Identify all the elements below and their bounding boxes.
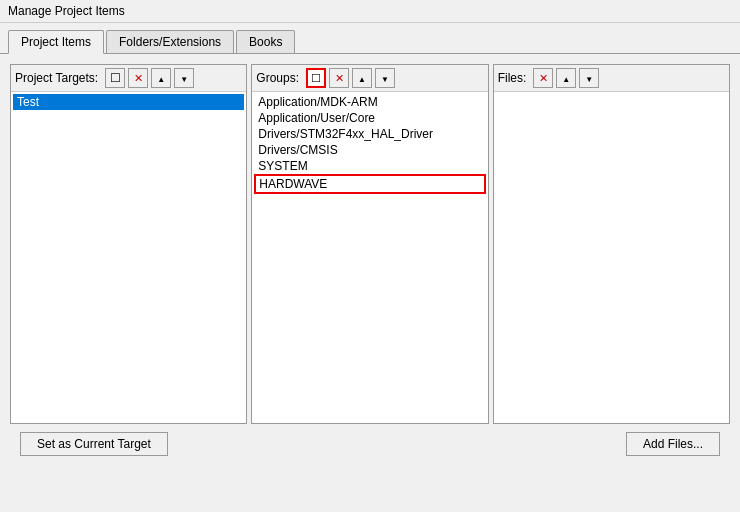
groups-delete-button[interactable] (329, 68, 349, 88)
files-panel: Files: (493, 64, 730, 424)
targets-label: Project Targets: (15, 71, 98, 85)
files-label: Files: (498, 71, 527, 85)
delete-icon (539, 72, 548, 85)
group-item-system[interactable]: SYSTEM (254, 158, 485, 174)
targets-down-button[interactable] (174, 68, 194, 88)
targets-list: Test (11, 92, 246, 423)
add-files-button[interactable]: Add Files... (626, 432, 720, 456)
groups-up-button[interactable] (352, 68, 372, 88)
arrow-up-icon (358, 73, 366, 84)
group-item-editing[interactable] (254, 174, 485, 194)
groups-new-button[interactable]: ☐ (306, 68, 326, 88)
groups-list: Application/MDK-ARM Application/User/Cor… (252, 92, 487, 423)
set-current-target-button[interactable]: Set as Current Target (20, 432, 168, 456)
tab-project-items[interactable]: Project Items (8, 30, 104, 54)
tab-bar: Project Items Folders/Extensions Books (0, 23, 740, 54)
group-item-hal[interactable]: Drivers/STM32F4xx_HAL_Driver (254, 126, 485, 142)
groups-panel-header: Groups: ☐ (252, 65, 487, 92)
group-name-input[interactable] (254, 174, 485, 194)
targets-panel: Project Targets: Test (10, 64, 247, 424)
files-up-button[interactable] (556, 68, 576, 88)
files-panel-header: Files: (494, 65, 729, 92)
arrow-down-icon (180, 73, 188, 84)
title-bar: Manage Project Items (0, 0, 740, 23)
groups-panel: Groups: ☐ Application/MDK-ARM Applicatio… (251, 64, 488, 424)
delete-icon (134, 72, 143, 85)
group-item-mdkarm[interactable]: Application/MDK-ARM (254, 94, 485, 110)
groups-down-button[interactable] (375, 68, 395, 88)
new-highlighted-icon: ☐ (311, 72, 321, 85)
bottom-bar: Set as Current Target Add Files... (10, 424, 730, 464)
arrow-down-icon (381, 73, 389, 84)
new-icon (110, 71, 121, 85)
tab-folders-extensions[interactable]: Folders/Extensions (106, 30, 234, 53)
arrow-up-icon (562, 73, 570, 84)
tab-books[interactable]: Books (236, 30, 295, 53)
groups-label: Groups: (256, 71, 299, 85)
group-item-usercore[interactable]: Application/User/Core (254, 110, 485, 126)
files-list (494, 92, 729, 423)
window-title: Manage Project Items (8, 4, 125, 18)
targets-up-button[interactable] (151, 68, 171, 88)
targets-delete-button[interactable] (128, 68, 148, 88)
main-content: Project Targets: Test Groups: ☐ (0, 54, 740, 476)
arrow-up-icon (157, 73, 165, 84)
files-delete-button[interactable] (533, 68, 553, 88)
targets-panel-header: Project Targets: (11, 65, 246, 92)
targets-new-button[interactable] (105, 68, 125, 88)
target-item-test[interactable]: Test (13, 94, 244, 110)
arrow-down-icon (585, 73, 593, 84)
delete-icon (335, 72, 344, 85)
group-item-cmsis[interactable]: Drivers/CMSIS (254, 142, 485, 158)
files-down-button[interactable] (579, 68, 599, 88)
panels-row: Project Targets: Test Groups: ☐ (10, 64, 730, 424)
